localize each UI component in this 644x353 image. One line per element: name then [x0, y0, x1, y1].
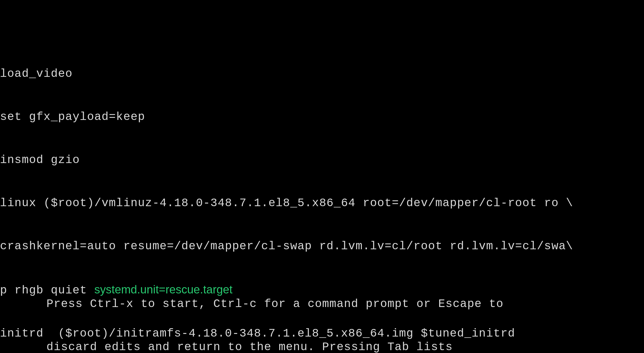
help-line-2: discard edits and return to the menu. Pr…	[46, 340, 504, 353]
cmd-insmod-gzio: insmod gzio	[0, 153, 573, 167]
cmd-load-video: load_video	[0, 67, 573, 81]
grub-help-text: Press Ctrl-x to start, Ctrl-c for a comm…	[46, 268, 504, 353]
cmd-linux-kernel-cont1: crashkernel=auto resume=/dev/mapper/cl-s…	[0, 239, 573, 253]
grub-edit-screen[interactable]: load_video set gfx_payload=keep insmod g…	[0, 0, 644, 353]
cmd-set-gfx-payload: set gfx_payload=keep	[0, 110, 573, 124]
help-line-1: Press Ctrl-x to start, Ctrl-c for a comm…	[46, 297, 504, 311]
cmd-linux-kernel: linux ($root)/vmlinuz-4.18.0-348.7.1.el8…	[0, 196, 573, 210]
